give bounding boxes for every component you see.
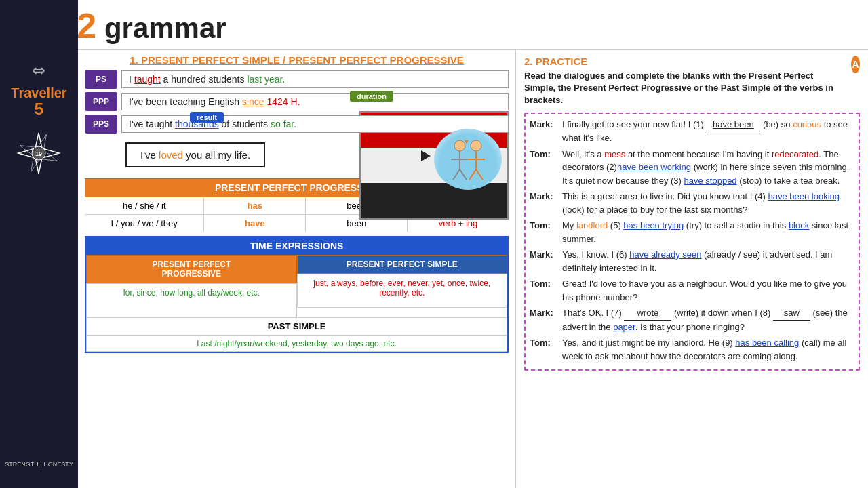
strength-honesty-label: STRENGTH | HONESTY xyxy=(5,461,73,468)
ppp-subject-2: I / you / we / they xyxy=(85,215,204,232)
section-a-badge: A xyxy=(851,56,860,73)
speaker-tom-2: Tom: xyxy=(530,219,562,245)
speaker-tom-1: Tom: xyxy=(530,148,562,188)
speaker-mark-2: Mark: xyxy=(530,190,562,216)
pps-sentence-row: PPS I've taught thousands of students so… xyxy=(85,115,509,134)
time-col-pps-body: just, always, before, ever, never, yet, … xyxy=(297,274,508,308)
answer-7: wrote xyxy=(624,306,671,321)
left-sidebar: ⇔ Traveller 5 19 STRENGTH | HONESTY xyxy=(0,0,78,488)
dialogue-container: Mark: I finally get to see your new flat… xyxy=(524,113,860,371)
time-col-ppp: PRESENT PERFECTPROGRESSIVE for, since, h… xyxy=(86,255,297,317)
pps-badge: PPS xyxy=(85,115,117,134)
pps-sentence-container: result PPS I've taught thousands of stud… xyxy=(85,115,509,134)
svg-text:19: 19 xyxy=(35,150,42,157)
svg-line-13 xyxy=(476,169,483,180)
speaker-mark-4: Mark: xyxy=(530,306,562,333)
back-arrows-icon: ⇔ xyxy=(32,61,45,80)
time-table-cols: PRESENT PERFECTPROGRESSIVE for, since, h… xyxy=(86,255,507,317)
svg-line-12 xyxy=(469,169,476,180)
dialogue-tom-1: Tom: Well, it's a mess at the moment bec… xyxy=(530,148,854,188)
dialogue-text-mark-4: That's OK. I (7) wrote (write) it down w… xyxy=(562,306,854,333)
time-col-pps-header: PRESENT PERFECT SIMPLE xyxy=(297,255,508,274)
dialogue-mark-4: Mark: That's OK. I (7) wrote (write) it … xyxy=(530,306,854,333)
speech-arrow xyxy=(421,150,431,161)
practice-heading: 2. PRACTICE xyxy=(524,56,847,67)
dialogue-text-mark-2: This is a great area to live in. Did you… xyxy=(562,190,854,216)
ps-sentence: I taught a hundred students last year. xyxy=(121,70,509,88)
past-simple-values: Last /night/year/weekend, yesterday, two… xyxy=(86,336,507,352)
dialogue-mark-3: Mark: Yes, I know. I (6) have already se… xyxy=(530,248,854,274)
cartoon-svg: ♥ xyxy=(441,136,495,183)
time-col-ppp-header: PRESENT PERFECTPROGRESSIVE xyxy=(86,255,297,283)
time-col-ppp-body: for, since, how long, all day/week, etc. xyxy=(86,283,297,317)
page-header: Unit 2 grammar xyxy=(0,0,868,50)
time-col-pps: PRESENT PERFECT SIMPLE just, always, bef… xyxy=(297,255,508,317)
answer-1: have been xyxy=(706,118,760,132)
past-simple-row: PAST SIMPLE xyxy=(86,317,507,336)
ppp-sentence-row: PPP I've been teaching English since 142… xyxy=(85,92,509,111)
compass-icon: 19 xyxy=(15,129,62,177)
dialogue-tom-3: Tom: Great! I'd love to have you as a ne… xyxy=(530,277,854,304)
speaker-tom-3: Tom: xyxy=(530,277,562,304)
dialogue-tom-4: Tom: Yes, and it just might be my landlo… xyxy=(530,336,854,363)
speaker-mark-1: Mark: xyxy=(530,118,562,145)
love-sentence-row: I've loved you all my life. xyxy=(85,139,509,173)
love-sentence-box: I've loved you all my life. xyxy=(125,142,265,167)
svg-line-7 xyxy=(453,169,460,180)
duration-label: duration xyxy=(350,91,393,102)
speaker-mark-3: Mark: xyxy=(530,248,562,274)
dialogue-mark-1: Mark: I finally get to see your new flat… xyxy=(530,118,854,145)
practice-header-row: 2. PRACTICE Read the dialogues and compl… xyxy=(524,56,860,113)
time-expressions-table: TIME EXPRESSIONS PRESENT PERFECTPROGRESS… xyxy=(85,236,509,353)
result-label: result xyxy=(190,112,224,123)
ppp-has-1: has xyxy=(204,197,306,214)
ppp-badge: PPP xyxy=(85,92,117,111)
dialogue-text-tom-3: Great! I'd love to have you as a neighbo… xyxy=(562,277,854,304)
right-panel: 2. PRACTICE Read the dialogues and compl… xyxy=(515,50,868,488)
ps-badge: PS xyxy=(85,70,117,89)
answer-8: saw xyxy=(773,306,810,321)
dialogue-text-tom-1: Well, it's a mess at the moment because … xyxy=(562,148,854,188)
practice-instruction: Read the dialogues and complete the blan… xyxy=(524,70,847,107)
dialogue-text-mark-1: I finally get to see your new flat! I (1… xyxy=(562,118,854,145)
speaker-tom-4: Tom: xyxy=(530,336,562,363)
svg-text:♥: ♥ xyxy=(465,138,469,145)
section1-heading: 1. PRESENT PERFECT SIMPLE / PRESENT PERF… xyxy=(85,54,509,66)
dialogue-text-tom-2: My landlord (5) has been trying (try) to… xyxy=(562,219,854,245)
time-table-header: TIME EXPRESSIONS xyxy=(86,237,507,255)
brand-logo: Traveller 5 xyxy=(11,85,66,118)
ps-sentence-row: PS I taught a hundred students last year… xyxy=(85,70,509,89)
svg-line-8 xyxy=(460,169,467,180)
ppp-sentence: I've been teaching English since 1424 H. xyxy=(121,93,509,110)
left-panel: 1. PRESENT PERFECT SIMPLE / PRESENT PERF… xyxy=(78,50,515,488)
ppp-sentence-container: duration PPP I've been teaching English … xyxy=(85,92,509,111)
svg-point-9 xyxy=(471,140,481,151)
dialogue-mark-2: Mark: This is a great area to live in. D… xyxy=(530,190,854,216)
dialogue-text-tom-4: Yes, and it just might be my landlord. H… xyxy=(562,336,854,363)
ppp-subject-1: he / she / it xyxy=(85,197,204,214)
cartoon-figures: ♥ xyxy=(434,129,502,190)
ppp-have-2: have xyxy=(204,215,306,232)
dialogue-text-mark-3: Yes, I know. I (6) have already seen (al… xyxy=(562,248,854,274)
dialogue-tom-2: Tom: My landlord (5) has been trying (tr… xyxy=(530,219,854,245)
svg-point-4 xyxy=(454,140,465,151)
pps-sentence: I've taught thousands of students so far… xyxy=(121,115,509,133)
